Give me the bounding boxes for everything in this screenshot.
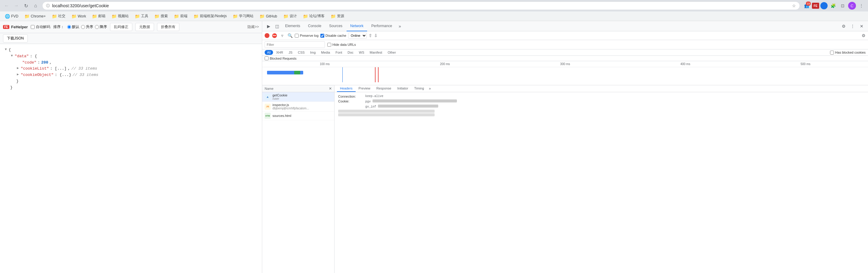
more-tabs-button[interactable]: » bbox=[396, 21, 404, 31]
more-options-button[interactable]: ⋮ bbox=[857, 1, 866, 10]
export-har-button[interactable]: ⇩ bbox=[374, 33, 378, 38]
has-blocked-checkbox[interactable] bbox=[830, 51, 834, 55]
collapse-data-arrow[interactable]: ▼ bbox=[11, 53, 13, 59]
cast-icon[interactable]: ⊡ bbox=[838, 1, 847, 10]
detail-tab-timing[interactable]: Timing bbox=[411, 85, 427, 92]
bookmark-video[interactable]: 📁 视频站 bbox=[109, 12, 131, 20]
detail-tab-response[interactable]: Response bbox=[373, 85, 395, 92]
bookmark-chromeplus[interactable]: 📁 Chrome+ bbox=[22, 13, 48, 20]
timeline-bar-green bbox=[294, 71, 300, 74]
bookmark-fvd[interactable]: 🌐 FVD bbox=[2, 13, 21, 20]
sort-desc-radio[interactable] bbox=[95, 25, 99, 29]
preserve-log-checkbox[interactable] bbox=[295, 34, 299, 38]
filter-css[interactable]: CSS bbox=[296, 50, 307, 55]
bookmark-search[interactable]: 📁 搜索 bbox=[152, 12, 170, 20]
filter-input[interactable] bbox=[265, 41, 325, 48]
sort-desc-label[interactable]: 降序 bbox=[95, 24, 107, 30]
request-item-getcookie[interactable]: A getCookie /user bbox=[262, 92, 334, 102]
hide-data-urls-label[interactable]: Hide data URLs bbox=[327, 43, 356, 47]
filter-doc[interactable]: Doc bbox=[345, 50, 356, 55]
bookmark-github[interactable]: 📁 GitHub bbox=[257, 13, 279, 20]
auto-decode-label[interactable]: 自动解码 bbox=[31, 24, 50, 30]
clear-button[interactable]: ⛔ bbox=[271, 33, 277, 38]
meta-data-button[interactable]: 元数据 bbox=[135, 23, 154, 31]
fold-all-button[interactable]: 折叠所有 bbox=[157, 23, 179, 31]
network-settings-button[interactable]: ⚙ bbox=[862, 33, 866, 38]
fe-extension-button[interactable]: FE bbox=[812, 3, 819, 9]
filter-js[interactable]: JS bbox=[286, 50, 295, 55]
blocked-requests-checkbox[interactable] bbox=[265, 56, 269, 60]
bookmark-nodejs[interactable]: 📁 前端框架/Nodejs bbox=[191, 12, 229, 20]
devtools-settings-button[interactable]: ⚙ bbox=[840, 22, 847, 30]
tab-network[interactable]: Network bbox=[347, 21, 367, 31]
devtools-close-button[interactable]: ✕ bbox=[858, 22, 866, 30]
filter-button[interactable]: ▿ bbox=[279, 33, 285, 38]
profiles-button[interactable]: 👥 19 bbox=[802, 1, 811, 10]
auto-decode-checkbox[interactable] bbox=[31, 25, 35, 29]
throttle-select[interactable]: Online bbox=[348, 33, 367, 38]
import-har-button[interactable]: ⇧ bbox=[369, 33, 372, 38]
tab-console[interactable]: Console bbox=[304, 21, 325, 31]
record-button[interactable] bbox=[265, 33, 270, 38]
detail-tab-preview[interactable]: Preview bbox=[355, 85, 373, 92]
bookmark-forum[interactable]: 📁 论坛/博客 bbox=[301, 12, 327, 20]
bookmark-work[interactable]: 📁 Work bbox=[69, 13, 89, 20]
filter-font[interactable]: Font bbox=[333, 50, 344, 55]
home-button[interactable]: ⌂ bbox=[31, 1, 40, 10]
sort-default-text: 默认 bbox=[72, 24, 79, 30]
blocked-requests-label[interactable]: Blocked Requests bbox=[265, 56, 297, 60]
devtools-more-options-button[interactable]: ⋮ bbox=[849, 22, 857, 30]
fehelper-toolbar: FE FeHelper 自动解码 排序： 默认 升序 降序 bbox=[0, 21, 262, 33]
detail-tab-headers[interactable]: Headers bbox=[337, 85, 355, 92]
request-item-inspector[interactable]: JS inspector.js dbjbempljhcmhlfpfacalom.… bbox=[262, 102, 334, 112]
collapse-cookielist-arrow[interactable]: ▶ bbox=[17, 66, 19, 71]
close-panel-button[interactable]: ✕ bbox=[329, 87, 332, 91]
filter-other[interactable]: Other bbox=[385, 50, 398, 55]
bookmark-tools[interactable]: 📁 工具 bbox=[132, 12, 151, 20]
bookmark-email[interactable]: 📁 邮箱 bbox=[90, 12, 108, 20]
bookmark-learning[interactable]: 📁 学习网站 bbox=[230, 12, 256, 20]
bookmark-resources[interactable]: 📁 资源 bbox=[328, 12, 347, 20]
filter-xhr[interactable]: XHR bbox=[274, 50, 285, 55]
filter-img[interactable]: Img bbox=[308, 50, 318, 55]
profile-circle[interactable] bbox=[820, 2, 828, 9]
filter-ws[interactable]: WS bbox=[356, 50, 367, 55]
download-json-button[interactable]: 下载JSON bbox=[3, 34, 28, 42]
hide-data-urls-checkbox[interactable] bbox=[327, 43, 331, 47]
filter-manifest[interactable]: Manifest bbox=[367, 50, 385, 55]
inspect-element-button[interactable]: ▶ bbox=[265, 22, 273, 30]
sort-desc-text: 降序 bbox=[100, 24, 107, 30]
bookmark-star-icon[interactable]: ☆ bbox=[792, 3, 796, 8]
device-toolbar-button[interactable]: ◫ bbox=[273, 22, 281, 30]
disable-cache-label[interactable]: Disable cache bbox=[320, 34, 346, 38]
sort-asc-radio[interactable] bbox=[81, 25, 85, 29]
collapse-root-arrow[interactable]: ▼ bbox=[5, 47, 7, 53]
address-bar[interactable]: ⓘ localhost:3200/user/getCookie ☆ bbox=[42, 1, 800, 10]
tab-sources[interactable]: Sources bbox=[326, 21, 346, 31]
sort-asc-label[interactable]: 升序 bbox=[81, 24, 93, 30]
sort-default-label[interactable]: 默认 bbox=[67, 24, 79, 30]
user-profile-button[interactable]: C bbox=[848, 2, 856, 10]
preserve-log-label[interactable]: Preserve log bbox=[295, 34, 318, 38]
sort-default-radio[interactable] bbox=[67, 25, 71, 29]
bookmark-frontend[interactable]: 📁 前端 bbox=[172, 12, 190, 20]
tab-performance[interactable]: Performance bbox=[368, 21, 396, 31]
hide-button[interactable]: 隐藏>> bbox=[247, 24, 259, 30]
extension-puzzle-icon[interactable]: 🧩 bbox=[829, 1, 837, 10]
collapse-cookieobject-arrow[interactable]: ▶ bbox=[17, 72, 19, 78]
reload-button[interactable]: ↻ bbox=[22, 1, 30, 10]
search-button[interactable]: 🔍 bbox=[287, 33, 293, 38]
bookmark-social[interactable]: 📁 社交 bbox=[50, 12, 68, 20]
detail-tab-initiator[interactable]: Initiator bbox=[394, 85, 411, 92]
bookmark-design[interactable]: 📁 设计 bbox=[281, 12, 299, 20]
request-item-sources[interactable]: HTM sources.html bbox=[262, 112, 334, 120]
back-button[interactable]: ← bbox=[2, 1, 11, 10]
tab-elements[interactable]: Elements bbox=[281, 21, 304, 31]
has-blocked-label[interactable]: Has blocked cookies bbox=[830, 51, 866, 55]
filter-all[interactable]: All bbox=[265, 50, 273, 55]
detail-more-tabs[interactable]: » bbox=[427, 85, 433, 92]
disable-cache-checkbox[interactable] bbox=[320, 34, 324, 38]
fix-encoding-button[interactable]: 乱码修正 bbox=[110, 23, 132, 31]
forward-button[interactable]: → bbox=[12, 1, 21, 10]
filter-media[interactable]: Media bbox=[318, 50, 333, 55]
